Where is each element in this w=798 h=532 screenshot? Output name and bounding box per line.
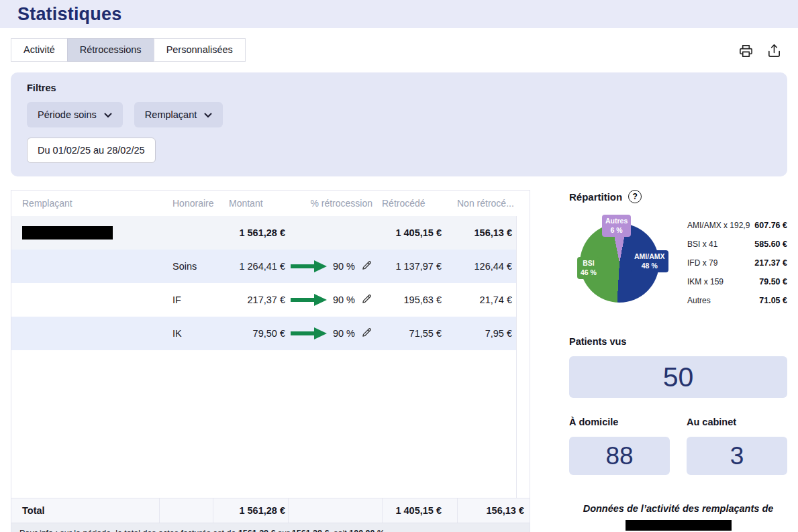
pct-retrocession-value: 90 % [333,261,355,272]
tabs-row: Activité Rétrocessions Personnalisées [0,38,798,62]
legend-value: 79.50 € [759,277,787,286]
print-button[interactable] [737,42,755,62]
legend-value: 607.76 € [754,221,787,230]
col-pct-retrocession: % rétrocession [288,198,382,209]
repartition-chart-area: Autres 6 % AMI/AMX 48 % BSI 46 % AMI/AMX… [569,223,787,315]
pie-label-ami-amx: AMI/AMX 48 % [631,250,668,272]
honoraire-label: IF [159,295,213,305]
honoraire-label: Soins [159,261,213,272]
legend-label: AMI/AMX x 192,9 [687,221,750,230]
periode-soins-label: Période soins [38,109,97,120]
cabinet-value: 3 [687,437,787,475]
remplacant-dropdown[interactable]: Remplaçant [134,102,223,127]
table-row-if: IF 217,37 € 90 % 195,63 € 21,74 € [11,283,516,317]
col-montant: Montant [213,198,288,209]
main-content: Remplaçant Honoraire Montant % rétrocess… [0,190,798,532]
col-non-retrocede: Non rétrocé... [457,198,516,209]
tab-personnalisees[interactable]: Personnalisées [154,38,246,62]
tab-retrocessions[interactable]: Rétrocessions [67,38,154,62]
legend-row: BSI x 41 585.60 € [687,240,787,249]
table-row-soins: Soins 1 264,41 € 90 % 1 137,97 € 126,44 … [11,250,516,283]
retrocession-arrow-icon [291,327,327,340]
tab-activite[interactable]: Activité [11,38,68,62]
total-retrocede: 1 405,15 € [382,498,457,523]
legend-label: IFD x 79 [687,258,717,268]
summary-montant: 1 561,28 € [213,227,288,238]
retrocession-arrow-icon [291,260,327,273]
filters-row: Période soins Remplaçant [27,102,771,127]
slice-pct: 48 % [634,262,665,271]
footnote-text: . [385,529,387,532]
montant-value: 1 264,41 € [213,261,288,272]
non-retrocede-value: 21,74 € [457,295,516,305]
legend-value: 585.60 € [754,240,787,249]
edit-retrocession-button[interactable] [361,260,372,273]
footnote-text: sur [275,529,291,532]
retrocede-value: 71,55 € [382,328,457,339]
cabinet-stat: Au cabinet 3 [687,417,787,475]
total-montant: 1 561,28 € [213,498,288,523]
col-remplacant: Remplaçant [11,198,159,209]
non-retrocede-value: 126,44 € [457,261,516,272]
repartition-title: Répartition [569,191,622,203]
title-band: Statistiques [0,0,798,28]
filters-panel: Filtres Période soins Remplaçant Du 01/0… [11,72,787,176]
table-body: 1 561,28 € 1 405,15 € 156,13 € Soins 1 2… [11,216,530,498]
retrocession-arrow-icon [291,293,327,307]
export-button[interactable] [765,42,783,62]
table-header: Remplaçant Honoraire Montant % rétrocess… [11,191,530,216]
legend-row: AMI/AMX x 192,9 607.76 € [687,221,787,230]
filters-title: Filtres [27,83,771,93]
col-honoraire: Honoraire [159,198,213,209]
honoraire-label: IK [159,328,213,339]
repartition-header: Répartition ? [569,190,787,203]
chevron-down-icon [104,109,112,120]
table-footnote: Pour info : sur la période, le total des… [11,523,530,532]
pencil-icon [361,293,372,307]
footnote-pct: 100,00 % [349,529,385,532]
edit-retrocession-button[interactable] [361,293,372,307]
slice-label: AMI/AMX [634,252,665,262]
page-title: Statistiques [17,4,121,25]
date-row: Du 01/02/25 au 28/02/25 [27,138,771,163]
col-retrocede: Rétrocédé [382,198,457,209]
footnote-text: Pour info : sur la période, le total des… [19,529,238,532]
pie-legend: AMI/AMX x 192,9 607.76 € BSI x 41 585.60… [687,221,787,315]
cabinet-label: Au cabinet [687,417,787,427]
patients-vus-value: 50 [569,356,787,398]
legend-label: IKM x 159 [687,277,724,286]
slice-label: Autres [605,217,628,226]
summary-non-retrocede: 156,13 € [457,227,516,238]
table-row-summary: 1 561,28 € 1 405,15 € 156,13 € [11,216,516,250]
total-non-retrocede: 156,13 € [457,498,530,523]
right-panel: Répartition ? Autres 6 % AMI/AMX 48 % BS… [569,190,787,532]
footnote-text: , soit [329,529,349,532]
table-row-ik: IK 79,50 € 90 % 71,55 € 7,95 € [11,317,516,350]
domicile-value: 88 [569,437,670,475]
footnote-total-1: 1561,28 € [238,529,276,532]
help-icon[interactable]: ? [628,190,642,203]
remplacant-label: Remplaçant [145,109,197,120]
pct-retrocession-value: 90 % [333,295,355,305]
legend-label: Autres [687,296,711,305]
domicile-stat: À domicile 88 [569,417,670,475]
slice-pct: 6 % [605,226,628,235]
domicile-label: À domicile [569,417,670,427]
montant-value: 217,37 € [213,295,288,305]
periode-soins-dropdown[interactable]: Période soins [27,102,123,127]
footnote-total-2: 1561,28 € [292,529,330,532]
edit-retrocession-button[interactable] [361,327,372,340]
summary-retrocede: 1 405,15 € [382,227,457,238]
pencil-icon [361,260,372,273]
pie-label-bsi: BSI 46 % [577,257,600,279]
date-range-button[interactable]: Du 01/02/25 au 28/02/25 [27,138,156,163]
legend-label: BSI x 41 [687,240,717,249]
retrocessions-table: Remplaçant Honoraire Montant % rétrocess… [11,190,530,532]
retrocede-value: 1 137,97 € [382,261,457,272]
redacted-remplacant-name-footer [626,520,732,531]
slice-label: BSI [581,259,597,268]
slice-pct: 46 % [581,268,597,278]
redacted-remplacant-name [22,226,113,240]
pct-retrocession-value: 90 % [333,328,355,339]
top-right-actions [737,42,783,62]
